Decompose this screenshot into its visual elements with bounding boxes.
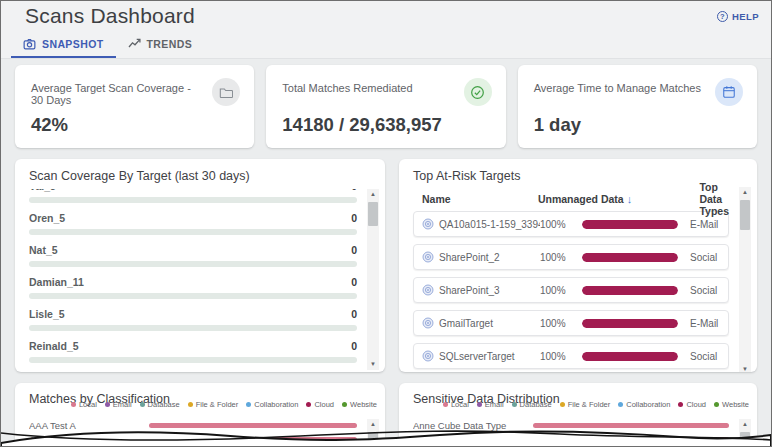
legend-item-collaboration[interactable]: Collaboration	[618, 400, 670, 409]
help-link[interactable]: ? HELP	[717, 11, 759, 22]
page-title: Scans Dashboard	[25, 4, 195, 28]
legend-dot	[560, 402, 565, 407]
scrollbar-thumb[interactable]	[740, 200, 750, 230]
legend-dot	[105, 402, 110, 407]
target-icon	[422, 317, 434, 329]
legend-item-file-folder[interactable]: File & Folder	[188, 400, 239, 409]
legend-dot	[71, 402, 76, 407]
at-risk-row[interactable]: SQLserverTarget 100% Social Security Num…	[413, 343, 729, 369]
scrollbar[interactable]: ▲ ▼	[739, 187, 751, 372]
unmanaged-bar	[582, 286, 678, 295]
scrollbar-thumb[interactable]	[368, 202, 378, 226]
legend-item-cloud[interactable]: Cloud	[678, 400, 706, 409]
chart-row: Anne Cube Data Type	[413, 419, 729, 431]
tab-snapshot[interactable]: SNAPSHOT	[11, 31, 116, 58]
kpi-card-matches-remediated: Total Matches Remediated 14180 / 29,638,…	[266, 65, 505, 148]
scan-coverage-row: Lisle_50	[29, 308, 357, 331]
legend-dot	[512, 402, 517, 407]
legend-item-database[interactable]: Database	[140, 400, 180, 409]
scroll-up-icon[interactable]: ▲	[739, 419, 751, 430]
scroll-down-icon[interactable]: ▼	[367, 359, 379, 370]
legend-item-cloud[interactable]: Cloud	[306, 400, 334, 409]
help-icon: ?	[717, 11, 728, 22]
legend-item-file-folder[interactable]: File & Folder	[560, 400, 611, 409]
dashboard-content: Average Target Scan Coverage - 30 Days 4…	[1, 59, 771, 447]
coverage-bar	[29, 325, 357, 331]
chart-row: AAA Test A	[29, 419, 357, 431]
legend-item-website[interactable]: Website	[714, 400, 749, 409]
scan-coverage-list: Val_50 Oren_50 Nat_50 Damian_110	[29, 189, 379, 370]
tab-bar: SNAPSHOT TRENDS	[1, 31, 771, 59]
stacked-bar	[149, 437, 357, 442]
legend-item-local[interactable]: Local	[443, 400, 469, 409]
legend-item-email[interactable]: Email	[477, 400, 504, 409]
tab-snapshot-label: SNAPSHOT	[42, 38, 104, 50]
kpi-value: 1 day	[534, 114, 743, 136]
scan-coverage-panel: Scan Coverage By Target (last 30 days) V…	[15, 159, 385, 372]
legend-item-database[interactable]: Database	[512, 400, 552, 409]
scroll-down-icon[interactable]: ▼	[739, 364, 751, 372]
scroll-up-icon[interactable]: ▲	[367, 419, 379, 430]
unmanaged-pct: 100%	[540, 219, 582, 230]
unmanaged-bar	[582, 319, 678, 328]
kpi-card-time-to-manage: Average Time to Manage Matches 1 day	[518, 65, 757, 148]
unmanaged-bar	[582, 352, 678, 361]
column-header-top-data-types[interactable]: Top Data Types	[673, 181, 729, 217]
top-data-types: E-Mail Address, Social Sec...	[690, 219, 720, 230]
at-risk-panel: Top At-Risk Targets Name Unmanaged Data …	[399, 159, 757, 372]
scrollbar-thumb[interactable]	[740, 432, 750, 447]
stacked-bar	[533, 423, 729, 428]
scan-coverage-row: Reinald_50	[29, 340, 357, 363]
kpi-card-scan-coverage: Average Target Scan Coverage - 30 Days 4…	[15, 65, 254, 148]
trend-icon	[128, 38, 141, 49]
distribution-chart: Anne Cube Data Type Anne Cube Data Type …	[413, 419, 751, 447]
target-icon	[422, 350, 434, 362]
unmanaged-bar	[582, 253, 678, 262]
legend-item-email[interactable]: Email	[105, 400, 132, 409]
at-risk-table: Name Unmanaged Data ↓ Top Data Types QA1…	[413, 187, 751, 372]
scan-coverage-row: Damian_110	[29, 276, 357, 299]
scroll-up-icon[interactable]: ▲	[739, 187, 751, 198]
at-risk-row[interactable]: GmailTarget 100% E-Mail Address, Social …	[413, 310, 729, 336]
legend-item-website[interactable]: Website	[342, 400, 377, 409]
kpi-label: Average Time to Manage Matches	[534, 78, 701, 94]
scrollbar[interactable]: ▲	[367, 419, 379, 447]
top-data-types: Social Security Number, Da...	[690, 252, 720, 263]
at-risk-row[interactable]: SharePoint_3 100% Social Security Number…	[413, 277, 729, 303]
coverage-bar	[29, 261, 357, 267]
at-risk-row[interactable]: SharePoint_2 100% Social Security Number…	[413, 244, 729, 270]
target-icon	[422, 251, 434, 263]
kpi-value: 14180 / 29,638,957	[282, 114, 491, 136]
coverage-bar	[29, 357, 357, 363]
legend-dot	[342, 402, 347, 407]
calendar-icon	[715, 78, 743, 106]
matches-by-classification-panel: Matches by Classification Local Email Da…	[15, 383, 385, 447]
folder-icon	[212, 78, 240, 106]
legend-dot	[678, 402, 683, 407]
column-header-name[interactable]: Name	[422, 193, 538, 205]
target-icon	[422, 284, 434, 296]
scrollbar[interactable]: ▲	[739, 419, 751, 447]
column-header-unmanaged-data[interactable]: Unmanaged Data ↓	[538, 193, 674, 205]
stacked-bar	[149, 423, 357, 428]
tab-trends[interactable]: TRENDS	[116, 31, 205, 58]
scroll-up-icon[interactable]: ▲	[367, 189, 379, 200]
help-label: HELP	[732, 11, 759, 22]
unmanaged-pct: 100%	[540, 318, 582, 329]
top-data-types: Social Security Number, E-...	[690, 285, 720, 296]
header: Scans Dashboard ? HELP	[1, 1, 771, 31]
legend-dot	[714, 402, 719, 407]
scrollbar-thumb[interactable]	[368, 432, 378, 447]
kpi-row: Average Target Scan Coverage - 30 Days 4…	[15, 65, 757, 148]
unmanaged-pct: 100%	[540, 252, 582, 263]
coverage-bar	[29, 197, 357, 203]
scrollbar[interactable]: ▲ ▼	[367, 189, 379, 370]
top-data-types: Social Security Number	[690, 351, 720, 362]
legend-item-local[interactable]: Local	[71, 400, 97, 409]
top-data-types: E-Mail Address, Social Sec...	[690, 318, 720, 329]
check-circle-icon	[464, 78, 492, 106]
kpi-label: Total Matches Remediated	[282, 78, 412, 94]
legend-item-collaboration[interactable]: Collaboration	[246, 400, 298, 409]
kpi-label: Average Target Scan Coverage - 30 Days	[31, 78, 206, 106]
tab-trends-label: TRENDS	[147, 38, 193, 50]
